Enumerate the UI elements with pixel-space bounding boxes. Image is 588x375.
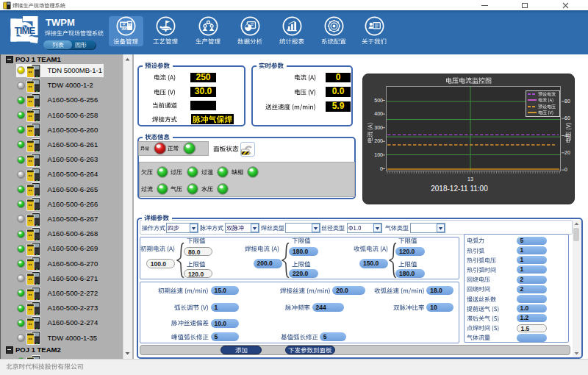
svg-text:TIME: TIME: [15, 25, 36, 36]
